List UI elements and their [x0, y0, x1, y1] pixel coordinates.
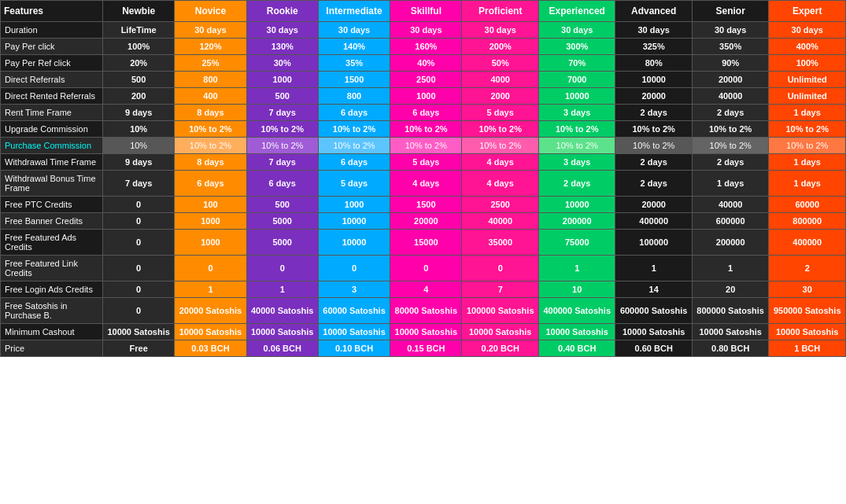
cell-rookie: 7 days: [246, 105, 318, 121]
cell-advanced: 20000: [615, 88, 692, 105]
cell-rookie: 6 days: [246, 171, 318, 197]
cell-experienced: 10% to 2%: [538, 138, 615, 154]
cell-skillful: 4: [390, 281, 462, 298]
cell-skillful: 160%: [390, 39, 462, 55]
cell-advanced: 600000 Satoshis: [615, 298, 692, 324]
cell-senior: 600000: [692, 213, 768, 230]
cell-novice: 30 days: [175, 22, 246, 39]
cell-experienced: 10000 Satoshis: [538, 324, 615, 340]
cell-newbie: 9 days: [103, 105, 175, 121]
cell-novice: 1000: [175, 213, 246, 230]
feature-label: Free Featured Link Credits: [1, 256, 103, 281]
header-row: Features Newbie Novice Rookie Intermedia…: [1, 1, 846, 22]
cell-expert: 30 days: [769, 22, 846, 39]
cell-expert: 400000: [769, 230, 846, 256]
cell-rookie: 5000: [246, 213, 318, 230]
feature-label: Direct Rented Referrals: [1, 88, 103, 105]
cell-intermediate: 6 days: [318, 105, 390, 121]
cell-intermediate: 0: [318, 256, 390, 281]
cell-senior: 10% to 2%: [692, 121, 768, 138]
table-row: DurationLifeTime30 days30 days30 days30 …: [1, 22, 846, 39]
cell-intermediate: 0.10 BCH: [318, 340, 390, 357]
table-row: Free Featured Link Credits0000001112: [1, 256, 846, 281]
cell-newbie: 10000 Satoshis: [103, 324, 175, 340]
cell-proficient: 10% to 2%: [462, 121, 538, 138]
col-header-senior: Senior: [692, 1, 768, 22]
cell-rookie: 7 days: [246, 154, 318, 171]
cell-rookie: 1: [246, 281, 318, 298]
cell-expert: 2: [769, 256, 846, 281]
cell-newbie: 20%: [103, 55, 175, 72]
table-row: Rent Time Frame9 days8 days7 days6 days6…: [1, 105, 846, 121]
cell-advanced: 30 days: [615, 22, 692, 39]
cell-senior: 20000: [692, 72, 768, 88]
feature-label: Price: [1, 340, 103, 357]
col-header-skillful: Skillful: [390, 1, 462, 22]
cell-skillful: 5 days: [390, 154, 462, 171]
cell-novice: 25%: [175, 55, 246, 72]
col-header-newbie: Newbie: [103, 1, 175, 22]
cell-newbie: 7 days: [103, 171, 175, 197]
cell-advanced: 1: [615, 256, 692, 281]
feature-label: Pay Per click: [1, 39, 103, 55]
feature-label: Free Featured Ads Credits: [1, 230, 103, 256]
col-header-experienced: Experienced: [538, 1, 615, 22]
cell-expert: 10% to 2%: [769, 138, 846, 154]
pricing-table: Features Newbie Novice Rookie Intermedia…: [0, 0, 846, 357]
cell-advanced: 325%: [615, 39, 692, 55]
cell-advanced: 0.60 BCH: [615, 340, 692, 357]
cell-newbie: 0: [103, 213, 175, 230]
cell-newbie: 0: [103, 197, 175, 213]
cell-proficient: 200%: [462, 39, 538, 55]
cell-novice: 8 days: [175, 105, 246, 121]
cell-novice: 1000: [175, 230, 246, 256]
cell-senior: 1: [692, 256, 768, 281]
cell-proficient: 0.20 BCH: [462, 340, 538, 357]
cell-skillful: 1500: [390, 197, 462, 213]
cell-skillful: 1000: [390, 88, 462, 105]
col-header-proficient: Proficient: [462, 1, 538, 22]
cell-skillful: 10% to 2%: [390, 121, 462, 138]
cell-proficient: 100000 Satoshis: [462, 298, 538, 324]
table-row: Direct Referrals500800100015002500400070…: [1, 72, 846, 88]
cell-intermediate: 10% to 2%: [318, 138, 390, 154]
cell-rookie: 30 days: [246, 22, 318, 39]
cell-experienced: 70%: [538, 55, 615, 72]
cell-experienced: 10: [538, 281, 615, 298]
col-header-intermediate: Intermediate: [318, 1, 390, 22]
cell-intermediate: 1500: [318, 72, 390, 88]
cell-expert: 30: [769, 281, 846, 298]
cell-novice: 8 days: [175, 154, 246, 171]
cell-expert: 400%: [769, 39, 846, 55]
col-header-rookie: Rookie: [246, 1, 318, 22]
cell-rookie: 10% to 2%: [246, 121, 318, 138]
cell-expert: 1 days: [769, 171, 846, 197]
cell-advanced: 2 days: [615, 105, 692, 121]
cell-advanced: 10000 Satoshis: [615, 324, 692, 340]
cell-senior: 2 days: [692, 105, 768, 121]
feature-label: Purchase Commission: [1, 138, 103, 154]
table-row: Free Featured Ads Credits010005000100001…: [1, 230, 846, 256]
cell-proficient: 5 days: [462, 105, 538, 121]
cell-novice: 0.03 BCH: [175, 340, 246, 357]
cell-intermediate: 6 days: [318, 154, 390, 171]
cell-advanced: 10000: [615, 72, 692, 88]
cell-rookie: 500: [246, 197, 318, 213]
cell-novice: 10000 Satoshis: [175, 324, 246, 340]
cell-experienced: 30 days: [538, 22, 615, 39]
cell-proficient: 0: [462, 256, 538, 281]
cell-advanced: 100000: [615, 230, 692, 256]
table-row: Pay Per Ref click20%25%30%35%40%50%70%80…: [1, 55, 846, 72]
cell-skillful: 10000 Satoshis: [390, 324, 462, 340]
cell-novice: 10% to 2%: [175, 138, 246, 154]
cell-intermediate: 10% to 2%: [318, 121, 390, 138]
cell-experienced: 400000 Satoshis: [538, 298, 615, 324]
cell-expert: 1 BCH: [769, 340, 846, 357]
cell-senior: 10% to 2%: [692, 138, 768, 154]
cell-expert: Unlimited: [769, 72, 846, 88]
cell-senior: 40000: [692, 197, 768, 213]
cell-proficient: 10% to 2%: [462, 138, 538, 154]
cell-experienced: 10% to 2%: [538, 121, 615, 138]
cell-senior: 800000 Satoshis: [692, 298, 768, 324]
cell-novice: 0: [175, 256, 246, 281]
